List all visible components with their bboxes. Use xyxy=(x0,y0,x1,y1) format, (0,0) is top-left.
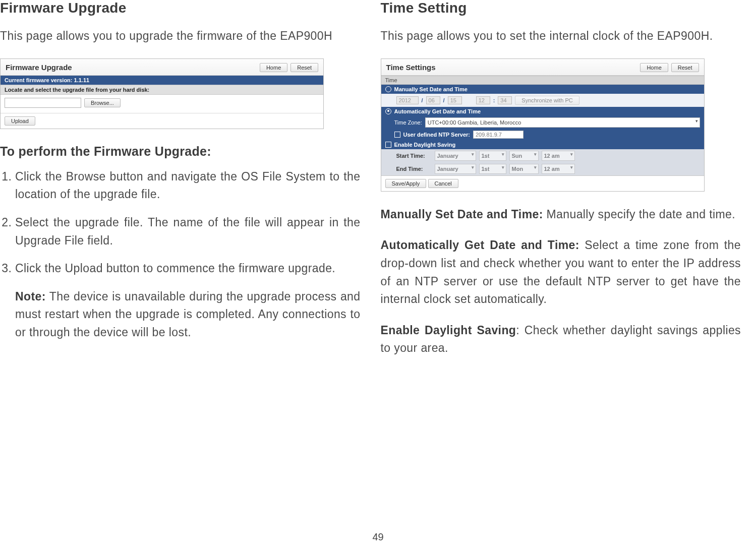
cancel-button[interactable]: Cancel xyxy=(428,179,458,188)
firmware-panel-title: Firmware Upgrade xyxy=(6,63,72,72)
time-setting-intro: This page allows you to set the internal… xyxy=(381,27,741,45)
step-1: Click the Browse button and navigate the… xyxy=(15,168,361,204)
dst-paragraph: Enable Daylight Saving: Check whether da… xyxy=(381,322,741,357)
current-firmware-version: Current firmware version: 1.1.11 xyxy=(1,76,323,85)
auto-radio[interactable] xyxy=(385,108,391,114)
step-3: Click the Upload button to commence the … xyxy=(15,260,361,342)
end-hour-select[interactable]: 12 am xyxy=(542,164,575,174)
upgrade-file-input[interactable] xyxy=(5,98,81,108)
ntp-checkbox[interactable] xyxy=(394,132,400,138)
perform-upgrade-heading: To perform the Firmware Upgrade: xyxy=(0,144,361,159)
end-month-select[interactable]: January xyxy=(435,164,476,174)
start-weekday-select[interactable]: Sun xyxy=(509,151,539,161)
dst-checkbox[interactable] xyxy=(385,142,391,148)
upgrade-steps-list: Click the Browse button and navigate the… xyxy=(0,168,361,342)
note-label: Note: xyxy=(15,290,46,303)
browse-button[interactable]: Browse... xyxy=(84,98,121,107)
start-day-select[interactable]: 1st xyxy=(479,151,506,161)
page-number: 49 xyxy=(0,531,756,543)
firmware-upgrade-heading: Firmware Upgrade xyxy=(0,0,361,16)
auto-get-paragraph: Automatically Get Date and Time: Select … xyxy=(381,236,741,309)
save-apply-button[interactable]: Save/Apply xyxy=(385,179,427,188)
manual-set-paragraph: Manually Set Date and Time: Manually spe… xyxy=(381,206,741,224)
timezone-select[interactable]: UTC+00:00 Gambia, Liberia, Morocco xyxy=(425,117,700,128)
reset-button[interactable]: Reset xyxy=(671,63,699,72)
end-weekday-select[interactable]: Mon xyxy=(509,164,539,174)
note-text: The device is unavailable during the upg… xyxy=(15,290,361,339)
start-month-select[interactable]: January xyxy=(435,151,476,161)
dst-bold: Enable Daylight Saving xyxy=(381,324,516,337)
manual-radio[interactable] xyxy=(385,86,391,92)
upload-button[interactable]: Upload xyxy=(5,116,35,126)
sync-pc-button[interactable]: Synchronize with PC xyxy=(515,96,579,105)
minute-input[interactable]: 34 xyxy=(498,96,512,104)
year-input[interactable]: 2012 xyxy=(396,96,419,104)
manual-set-label: Manually Set Date and Time xyxy=(394,86,468,92)
enable-dst-label: Enable Daylight Saving xyxy=(394,142,456,148)
time-settings-panel: Time Settings Home Reset Time Manually S… xyxy=(381,58,705,192)
auto-get-bold: Automatically Get Date and Time: xyxy=(381,238,579,252)
home-button[interactable]: Home xyxy=(260,63,287,72)
time-section-header: Time xyxy=(381,76,704,85)
day-input[interactable]: 15 xyxy=(448,96,462,104)
firmware-upgrade-intro: This page allows you to upgrade the firm… xyxy=(0,27,361,45)
step-3-text: Click the Upload button to commence the … xyxy=(15,262,335,275)
timezone-label: Time Zone: xyxy=(394,119,422,126)
step-2: Select the upgrade file. The name of the… xyxy=(15,214,361,250)
ntp-label: User defined NTP Server: xyxy=(403,132,470,138)
end-time-label: End Time: xyxy=(396,166,432,172)
reset-button[interactable]: Reset xyxy=(290,63,318,72)
locate-file-label: Locate and select the upgrade file from … xyxy=(1,85,323,95)
start-hour-select[interactable]: 12 am xyxy=(542,151,575,161)
home-button[interactable]: Home xyxy=(640,63,668,72)
manual-set-bold: Manually Set Date and Time: xyxy=(381,208,543,221)
end-day-select[interactable]: 1st xyxy=(479,164,506,174)
manual-set-text: Manually specify the date and time. xyxy=(543,208,735,221)
hour-input[interactable]: 12 xyxy=(476,96,490,104)
time-setting-heading: Time Setting xyxy=(381,0,741,16)
time-settings-panel-title: Time Settings xyxy=(386,63,436,72)
start-time-label: Start Time: xyxy=(396,153,432,159)
ntp-server-input[interactable]: 209.81.9.7 xyxy=(473,131,524,139)
auto-get-label: Automatically Get Date and Time xyxy=(394,108,481,114)
firmware-panel: Firmware Upgrade Home Reset Current firm… xyxy=(0,58,324,129)
month-input[interactable]: 06 xyxy=(426,96,440,104)
